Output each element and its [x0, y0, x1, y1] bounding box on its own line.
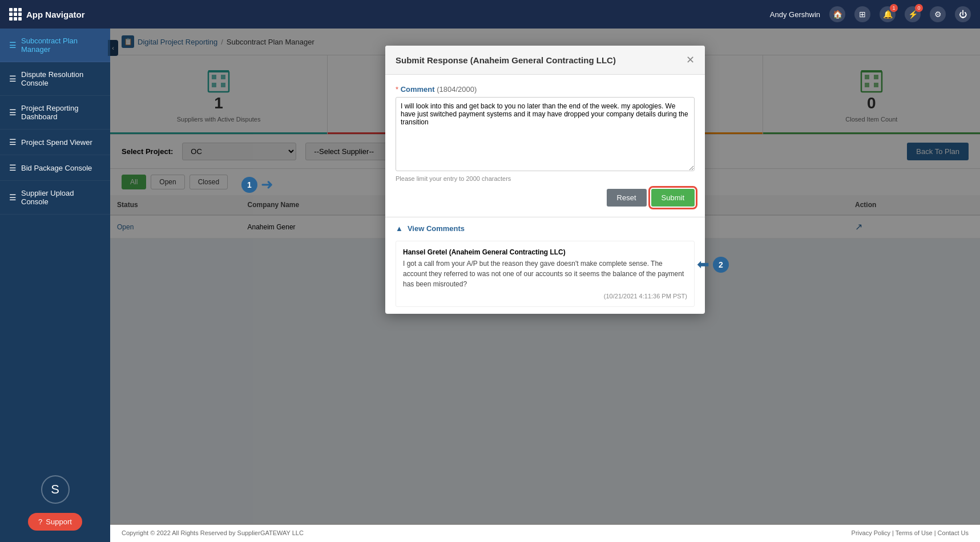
support-label: Support	[46, 517, 72, 526]
sidebar-item-label: Project Spend Viewer	[21, 138, 92, 147]
menu-icon: ☰	[9, 137, 17, 147]
annotation-arrow-1: ➜	[261, 176, 273, 193]
annotation-1: 1 ➜	[241, 176, 273, 193]
comment-text-0: I got a call from your A/P but the reaso…	[403, 258, 687, 289]
sidebar-item-bid-package[interactable]: ☰ Bid Package Console	[0, 155, 110, 181]
support-button[interactable]: ? Support	[28, 513, 82, 531]
view-comments-section: ▲ View Comments Hansel Gretel (Anaheim G…	[385, 217, 705, 314]
sidebar-item-supplier-upload[interactable]: ☰ Supplier Upload Console	[0, 181, 110, 215]
modal-header: Submit Response (Anaheim General Contrac…	[385, 46, 705, 75]
sidebar-item-project-reporting[interactable]: ☰ Project Reporting Dashboard	[0, 96, 110, 130]
grid-icon[interactable]	[9, 8, 22, 21]
annotation-bubble-1: 1	[241, 177, 257, 193]
sidebar-item-label: Bid Package Console	[21, 164, 92, 172]
sidebar-item-label: Supplier Upload Console	[21, 189, 101, 206]
view-comments-toggle[interactable]: ▲ View Comments	[396, 224, 695, 233]
chevron-up-icon: ▲	[396, 224, 403, 233]
sidebar-item-spend-viewer[interactable]: ☰ Project Spend Viewer	[0, 130, 110, 155]
menu-icon: ☰	[9, 74, 17, 83]
top-nav-right: Andy Gershwin 🏠 ⊞ 🔔 1 ⚡ 0 ⚙ ⏻	[770, 6, 971, 22]
modal-actions: Reset Submit	[396, 189, 695, 207]
sidebar-item-label: Project Reporting Dashboard	[21, 104, 101, 121]
sidebar-item-subcontract[interactable]: ☰ Subcontract Plan Manager	[0, 29, 110, 62]
footer-links: Privacy Policy | Terms of Use | Contact …	[852, 529, 969, 536]
submit-button[interactable]: Submit	[651, 189, 695, 207]
annotation-bubble-2: 2	[713, 257, 729, 273]
submit-response-modal: Submit Response (Anaheim General Contrac…	[385, 46, 705, 314]
menu-icon: ☰	[9, 41, 17, 50]
sidebar: ‹ ☰ Subcontract Plan Manager ☰ Dispute R…	[0, 29, 110, 542]
comment-author-0: Hansel Gretel (Anaheim General Contracti…	[403, 248, 687, 256]
sidebar-item-dispute[interactable]: ☰ Dispute Resolution Console	[0, 62, 110, 96]
supplier-gateway-logo: S	[41, 475, 70, 504]
comment-field-label: * Comment (1804/2000)	[396, 85, 695, 94]
comment-timestamp-0: (10/21/2021 4:11:36 PM PST)	[403, 293, 687, 300]
menu-icon: ☰	[9, 193, 17, 202]
required-asterisk: *	[396, 85, 401, 94]
reset-button[interactable]: Reset	[607, 189, 647, 207]
alert-icon[interactable]: ⚡ 0	[905, 6, 921, 22]
view-comments-label: View Comments	[408, 224, 465, 233]
sidebar-item-label: Dispute Resolution Console	[21, 70, 101, 87]
username: Andy Gershwin	[770, 10, 820, 19]
comment-entry-0: Hansel Gretel (Anaheim General Contracti…	[396, 241, 695, 307]
app-title: App Navigator	[26, 10, 85, 19]
settings-icon[interactable]: ⚙	[930, 6, 946, 22]
comment-label-text: Comment	[401, 85, 435, 94]
grid-view-icon[interactable]: ⊞	[854, 6, 870, 22]
modal-title: Submit Response (Anaheim General Contrac…	[396, 55, 616, 65]
power-icon[interactable]: ⏻	[955, 6, 971, 22]
char-limit-hint: Please limit your entry to 2000 characte…	[396, 175, 695, 182]
modal-body: * Comment (1804/2000) Please limit your …	[385, 75, 705, 217]
menu-icon: ☰	[9, 163, 17, 172]
modal-close-button[interactable]: ✕	[686, 54, 695, 66]
menu-icon: ☰	[9, 108, 17, 117]
comment-textarea[interactable]	[396, 97, 695, 171]
modal-overlay: 1 ➜ Submit Response (Anaheim General Con…	[110, 29, 980, 525]
support-circle-icon: ?	[38, 517, 42, 526]
alert-badge: 0	[915, 4, 923, 12]
char-count: (1804/2000)	[437, 85, 477, 94]
footer: Copyright © 2022 All Rights Reserved by …	[110, 523, 980, 542]
footer-copyright: Copyright © 2022 All Rights Reserved by …	[122, 529, 304, 536]
bell-badge: 1	[890, 4, 898, 12]
top-navbar: App Navigator Andy Gershwin 🏠 ⊞ 🔔 1 ⚡ 0 …	[0, 0, 980, 29]
sidebar-item-label: Subcontract Plan Manager	[21, 37, 101, 54]
notification-bell-icon[interactable]: 🔔 1	[880, 6, 896, 22]
sidebar-bottom: S ? Support	[0, 464, 110, 542]
home-icon[interactable]: 🏠	[829, 6, 845, 22]
